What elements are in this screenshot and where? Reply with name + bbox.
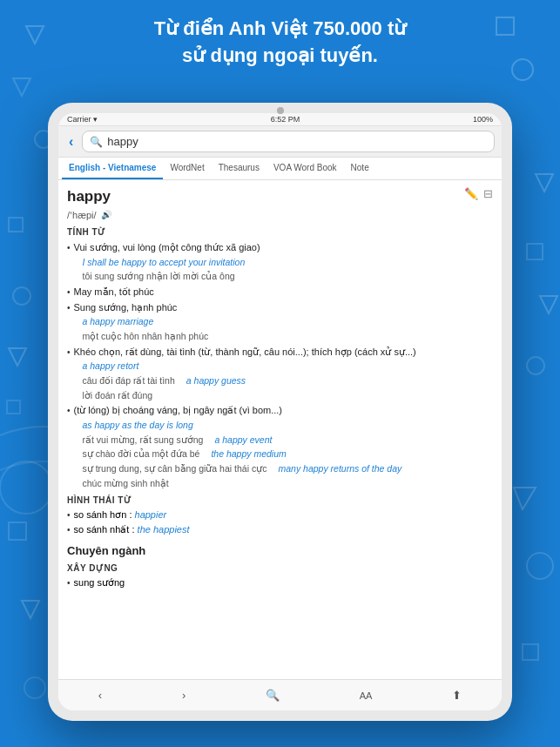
svg-rect-12 (7, 400, 20, 414)
app-header: Từ điển Anh Việt 750.000 từ sử dụng ngoạ… (0, 16, 560, 70)
tabs-row: English - Vietnamese WordNet Thesaurus V… (58, 158, 502, 180)
comp-value-2: the happiest (138, 524, 190, 535)
svg-point-8 (527, 357, 544, 374)
nav-forward-button[interactable]: › (172, 683, 196, 707)
svg-marker-11 (9, 348, 26, 366)
example-vn: chúc mừng sinh nhật (83, 478, 169, 488)
word-title: happy (67, 185, 111, 208)
example-en: a happy guess (186, 375, 246, 386)
word-action-icons: ✏️ ⊟ (464, 185, 493, 203)
example-vn: một cuộc hôn nhân hạnh phúc (83, 331, 209, 341)
svg-rect-9 (9, 218, 23, 232)
battery-label: 100% (473, 115, 493, 124)
specialty-item: sung sướng (74, 575, 125, 590)
definition-block: Khéo chọn, rất dùng, tài tình (từ, thành… (74, 345, 416, 403)
header-line2: sử dụng ngoại tuyến. (26, 43, 534, 70)
example-vn: lời đoán rất đúng (83, 390, 153, 400)
nav-back-button[interactable]: ‹ (88, 683, 112, 707)
list-item: • so sánh hơn : happier (67, 508, 493, 522)
def-text: Vui sướng, vui lòng (một công thức xã gi… (74, 242, 260, 252)
example-en: a happy retort (83, 360, 139, 371)
tab-english-vietnamese[interactable]: English - Vietnamese (62, 158, 163, 179)
nav-search-button[interactable]: 🔍 (255, 683, 290, 707)
example-vn: rất vui mừng, rất sung sướng (83, 434, 204, 445)
bullet: • (67, 301, 71, 314)
comparative-item: so sánh hơn : happier (74, 508, 167, 522)
nav-font-button[interactable]: AA (349, 685, 383, 706)
list-item: • so sánh nhất : the happiest (67, 522, 493, 537)
example-en: a happy event (214, 434, 272, 445)
time-label: 6:52 PM (271, 115, 300, 124)
bullet: • (67, 404, 71, 417)
svg-point-13 (0, 461, 52, 514)
definition-block: Sung sướng, hạnh phúc a happy marriage m… (74, 300, 209, 344)
def-text: Sung sướng, hạnh phúc (74, 302, 178, 313)
list-item: • (từ lóng) bị choáng váng, bị ngây ngất… (67, 403, 493, 490)
svg-marker-3 (13, 78, 30, 96)
nav-share-button[interactable]: ⬆ (442, 683, 472, 707)
carrier-label: Carrier ▾ (67, 115, 98, 124)
example-vn: sự chào đời của một đứa bé (83, 448, 200, 459)
svg-marker-5 (536, 174, 553, 192)
pos-label: TÍNH TỪ (67, 225, 493, 239)
edit-icon[interactable]: ✏️ (464, 185, 478, 203)
def-text: Khéo chọn, rất dùng, tài tình (từ, thành… (74, 347, 416, 357)
comp-label-1: so sánh hơn : (74, 509, 132, 520)
tab-thesaurus[interactable]: Thesaurus (212, 158, 267, 179)
phonetic-row: /ˈhæpi/ 🔊 (67, 208, 493, 223)
definition-block: May mắn, tốt phúc (74, 285, 154, 299)
specialty-section-label: Chuyên ngành (67, 542, 493, 560)
specialty-sub-label: XÂY DỰNG (67, 562, 493, 575)
tab-voa[interactable]: VOA Word Book (267, 158, 344, 179)
back-button[interactable]: ‹ (65, 132, 77, 151)
example-en: many happy returns of the day (278, 463, 401, 474)
svg-rect-18 (523, 644, 538, 660)
status-bar: Carrier ▾ 6:52 PM 100% (58, 113, 502, 126)
list-item: • Khéo chọn, rất dùng, tài tình (từ, thà… (67, 345, 493, 403)
ipad-screen: Carrier ▾ 6:52 PM 100% ‹ 🔍 happy English… (58, 113, 502, 710)
search-bar-area: ‹ 🔍 happy (58, 126, 502, 158)
bottom-nav: ‹ › 🔍 AA ⬆ (58, 679, 502, 710)
bullet: • (67, 523, 71, 536)
tab-wordnet[interactable]: WordNet (163, 158, 211, 179)
example-en: I shall be happy to accept your invitati… (83, 257, 246, 267)
svg-marker-14 (514, 488, 536, 509)
word-header: happy ✏️ ⊟ (67, 185, 493, 208)
def-text: (từ lóng) bị choáng váng, bị ngây ngất (… (74, 405, 283, 415)
example-vn: câu đối đáp rất tài tình (83, 375, 175, 386)
svg-rect-6 (527, 244, 543, 259)
svg-point-10 (13, 287, 30, 305)
svg-marker-7 (540, 296, 557, 313)
ipad-camera (277, 107, 284, 114)
bullet: • (67, 346, 71, 359)
svg-marker-17 (22, 601, 39, 618)
search-input-box[interactable]: 🔍 happy (82, 131, 495, 152)
example-vn: sự trung dung, sự cân bằng giữa hai thái… (83, 463, 267, 474)
example-en: a happy marriage (83, 316, 154, 326)
tab-note[interactable]: Note (344, 158, 376, 179)
list-item: • sung sướng (67, 575, 493, 590)
list-item: • Vui sướng, vui lòng (một công thức xã … (67, 240, 493, 284)
search-query: happy (107, 135, 487, 148)
bullet: • (67, 576, 71, 589)
definition-block: Vui sướng, vui lòng (một công thức xã gi… (74, 240, 260, 284)
list-item: • May mắn, tốt phúc (67, 285, 493, 299)
definition-block: (từ lóng) bị choáng váng, bị ngây ngất (… (74, 403, 402, 490)
example-vn: tôi sung sướng nhận lời mời của ông (83, 271, 235, 281)
bullet: • (67, 508, 71, 522)
comparative-label: HÌNH THÁI TỪ (67, 494, 493, 507)
search-icon: 🔍 (90, 136, 103, 148)
svg-point-16 (527, 553, 553, 579)
comp-label-2: so sánh nhất : (74, 524, 135, 535)
list-item: • Sung sướng, hạnh phúc a happy marriage… (67, 300, 493, 344)
svg-rect-15 (9, 522, 26, 540)
comp-value-1: happier (135, 509, 167, 520)
ipad-device: Carrier ▾ 6:52 PM 100% ‹ 🔍 happy English… (48, 103, 512, 721)
phonetic-text: /ˈhæpi/ (67, 208, 97, 223)
bookmark-icon[interactable]: ⊟ (483, 185, 493, 203)
def-text: May mắn, tốt phúc (74, 286, 154, 297)
bullet: • (67, 286, 71, 299)
example-en: as happy as the day is long (83, 420, 193, 430)
header-line1: Từ điển Anh Việt 750.000 từ (26, 16, 534, 43)
speaker-icon[interactable]: 🔊 (101, 208, 111, 221)
